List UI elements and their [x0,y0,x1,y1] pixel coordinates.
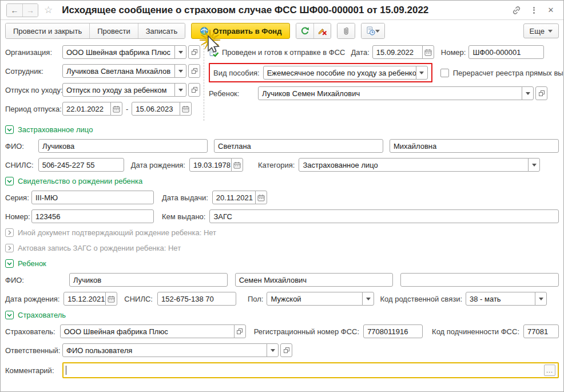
document-clock-icon [366,26,375,35]
benefit-kind-input[interactable]: Ежемесячное пособие по уходу за ребенко [263,66,416,80]
birth-certificate-section-header[interactable]: Свидетельство о рождении ребенка [5,177,559,185]
child-birth-date-input[interactable]: 15.12.2021 [63,292,106,306]
recalc-registry-label: Перерасчет реестра прямых выплат [453,69,564,77]
care-leave-label: Отпуск по уходу: [5,86,62,94]
series-input[interactable]: III-МЮ [31,191,154,204]
child-snils-input[interactable]: 152-675-138 70 [157,292,236,306]
child-ref-input[interactable]: Лучиков Семен Михайлович [258,86,522,100]
collapse-chevron-down-icon[interactable] [5,259,14,268]
write-button[interactable]: Записать [138,23,185,38]
benefit-kind-dropdown-button[interactable] [416,66,428,80]
recalc-registry-checkbox[interactable] [440,69,449,77]
attach-group [337,23,355,39]
child-ref-dropdown-button[interactable] [522,86,534,100]
organization-open-button[interactable] [188,45,200,59]
comment-expand-button[interactable]: ... [544,365,555,376]
close-icon[interactable]: ✕ [544,4,558,17]
insured-fio-row: ФИО: Лучикова Светлана Михайловна [5,139,559,153]
leave-period-to-input[interactable]: 15.06.2023 [132,102,180,116]
top-left-column: Организация: ООО Швейная фабрика Плюс Со… [5,45,204,121]
insured-last-name-input[interactable]: Лучикова [38,139,208,153]
fss-reg-number-input[interactable]: 7708011916 [363,324,423,338]
comment-input[interactable]: ... [62,362,559,378]
employee-dropdown-button[interactable] [174,64,186,78]
open-in-new-icon [236,328,243,335]
collapse-chevron-right-icon[interactable] [5,228,14,237]
open-in-new-icon [538,90,545,97]
refresh-button[interactable] [296,23,313,38]
collapse-chevron-right-icon[interactable] [5,244,14,252]
get-link-icon[interactable] [510,4,523,17]
issue-date-calendar-button[interactable] [255,191,267,204]
insurer-open-button[interactable] [234,324,246,338]
responsible-open-button[interactable] [280,343,292,357]
collapse-chevron-down-icon[interactable] [5,177,14,185]
gender-input[interactable]: Мужской [267,292,363,306]
gender-dropdown-button[interactable] [362,292,374,306]
insured-birth-date-input[interactable]: 19.03.1978 [189,158,232,172]
more-menu-icon[interactable] [527,4,541,17]
care-leave-input[interactable]: Отпуск по уходу за ребенком [62,83,175,97]
relation-code-input[interactable]: 38 - мать [466,292,535,306]
more-label: Еще [530,27,545,35]
child-last-name-input[interactable]: Лучиков [69,273,228,287]
employee-input[interactable]: Лучикова Светлана Михайлов [62,64,175,78]
insured-person-section-header[interactable]: Застрахованное лицо [5,125,559,134]
child-birth-date-label: Дата рождения: [5,295,59,303]
post-button[interactable]: Провести [89,23,138,38]
send-to-fund-button[interactable]: Отправить в Фонд [191,23,290,39]
child-ref-open-button[interactable] [535,86,547,100]
care-leave-row: Отпуск по уходу: Отпуск по уходу за ребе… [5,83,204,97]
insured-first-name-input[interactable]: Светлана [214,139,383,153]
fss-subordination-input[interactable]: 77081 [523,324,559,338]
attachments-button[interactable] [337,23,355,38]
insured-snils-input[interactable]: 506-245-227 55 [38,158,124,172]
insurer-section-title: Страхователь [18,311,66,319]
care-leave-dropdown-button[interactable] [174,83,186,97]
leave-period-from-input[interactable]: 22.01.2022 [62,102,111,116]
responsible-input[interactable]: ФИО пользователя [62,343,267,357]
insurer-input[interactable]: ООО Швейная фабрика Плюс [60,324,235,338]
zags-record-collapsed-section[interactable]: Актовая запись ЗАГС о рождении ребенка: … [5,244,559,252]
other-document-collapsed-section[interactable]: Иной документ подтверждающий рождение ре… [5,228,559,237]
relation-code-dropdown-button[interactable] [535,292,547,306]
more-button[interactable]: Еще [523,23,559,38]
child-birth-date-calendar-button[interactable] [105,292,117,306]
employee-open-button[interactable] [188,64,200,78]
collapse-chevron-down-icon[interactable] [5,125,14,134]
date-input[interactable]: 15.09.2022 [372,45,423,59]
back-button[interactable]: ← [7,4,22,17]
child-first-middle-input[interactable]: Семен Михайлович [235,273,394,287]
care-leave-open-button[interactable] [188,83,200,97]
issued-by-input[interactable]: ЗАГС [209,209,559,223]
date-calendar-button[interactable] [422,45,434,59]
employee-label: Сотрудник: [5,67,62,76]
insurer-row: Страхователь: ООО Швейная фабрика Плюс Р… [5,324,559,338]
calendar-icon [424,49,432,56]
number-input[interactable]: ШФ00-000001 [468,45,544,59]
insured-person-section-title: Застрахованное лицо [18,125,93,134]
insured-category-input[interactable]: Застрахованное лицо [299,158,529,172]
collapse-chevron-down-icon[interactable] [5,311,14,319]
organization-input[interactable]: ООО Швейная фабрика Плюс [62,45,175,59]
insurer-section-header[interactable]: Страхователь [5,311,559,319]
insured-middle-name-input[interactable]: Михайловна [390,139,559,153]
cert-number-input[interactable]: 123456 [31,209,154,223]
child-extra-name-input[interactable] [400,273,559,287]
issued-by-label: Кем выдано: [162,212,205,221]
insured-birth-date-calendar-button[interactable] [231,158,243,172]
leave-period-to-calendar-button[interactable] [180,102,192,116]
cancel-posting-button[interactable] [313,23,331,38]
issue-date-input[interactable]: 20.11.2021 [212,191,256,204]
leave-period-from-calendar-button[interactable] [110,102,122,116]
post-and-close-button[interactable]: Провести и закрыть [6,23,89,38]
favorite-star-icon[interactable]: ☆ [44,4,53,16]
forward-button[interactable]: → [22,4,38,17]
child-section-header[interactable]: Ребенок [5,259,559,268]
document-history-button[interactable] [362,23,384,38]
organization-dropdown-button[interactable] [174,45,186,59]
responsible-dropdown-button[interactable] [267,343,279,357]
date-label: Дата: [351,48,369,57]
insured-category-dropdown-button[interactable] [528,158,540,172]
insured-snils-label: СНИЛС: [5,161,34,169]
